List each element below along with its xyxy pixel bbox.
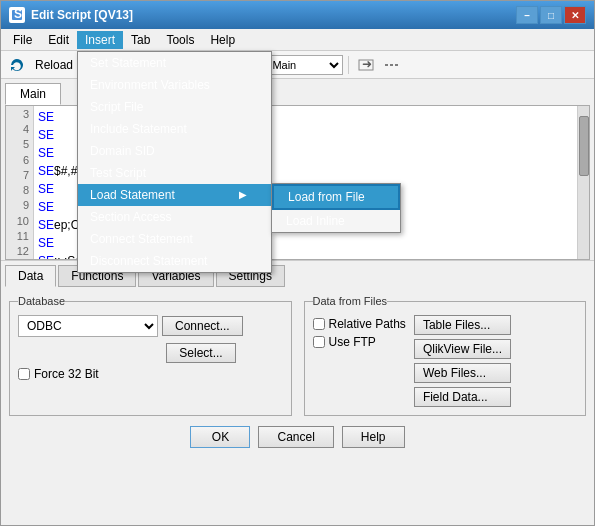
window-controls: – □ ✕: [516, 6, 586, 24]
menu-include[interactable]: Include Statement: [78, 118, 271, 140]
line-num-9: 9: [6, 198, 33, 213]
line-num-6: 6: [6, 152, 33, 167]
line-num-3: 3: [6, 106, 33, 121]
bottom-content: Database ODBC Connect... Select... Force…: [5, 291, 590, 420]
menu-bar: File Edit Insert Set Statement Environme…: [1, 29, 594, 51]
force32-checkbox[interactable]: [18, 368, 30, 380]
database-legend: Database: [18, 295, 65, 307]
relative-paths-checkbox[interactable]: [313, 318, 325, 330]
svg-text:S: S: [14, 9, 22, 21]
menu-file[interactable]: File: [5, 31, 40, 49]
db-select-row: ODBC Connect...: [18, 315, 283, 337]
files-buttons: Table Files... QlikView File... Web File…: [414, 315, 511, 407]
use-ftp-checkbox[interactable]: [313, 336, 325, 348]
minimize-button[interactable]: –: [516, 6, 538, 24]
insert-dropdown-menu: Set Statement Environment Variables Scri…: [77, 51, 272, 273]
menu-domain-sid[interactable]: Domain SID: [78, 140, 271, 162]
close-button[interactable]: ✕: [564, 6, 586, 24]
editor-scrollbar[interactable]: [577, 106, 589, 259]
main-select[interactable]: Main: [263, 55, 343, 75]
tab-data[interactable]: Data: [5, 265, 56, 287]
app-icon: S: [9, 7, 25, 23]
relative-paths-label: Relative Paths: [329, 317, 406, 331]
help-button[interactable]: Help: [342, 426, 405, 448]
files-checkboxes: Relative Paths Use FTP: [313, 317, 406, 407]
reload-button[interactable]: [5, 54, 29, 76]
menu-env-vars[interactable]: Environment Variables: [78, 74, 271, 96]
menu-edit[interactable]: Edit: [40, 31, 77, 49]
database-select[interactable]: ODBC: [18, 315, 158, 337]
window-title: Edit Script [QV13]: [31, 8, 516, 22]
menu-tools[interactable]: Tools: [158, 31, 202, 49]
line-num-5: 5: [6, 137, 33, 152]
submenu-load-from-file[interactable]: Load from File: [272, 184, 400, 210]
qlikview-file-button[interactable]: QlikView File...: [414, 339, 511, 359]
menu-tab[interactable]: Tab: [123, 31, 158, 49]
use-ftp-row: Use FTP: [313, 335, 406, 349]
force32-row: Force 32 Bit: [18, 367, 283, 381]
menu-help[interactable]: Help: [202, 31, 243, 49]
toolbar-sep-4: [348, 56, 349, 74]
line-num-4: 4: [6, 121, 33, 136]
menu-script-file[interactable]: Script File: [78, 96, 271, 118]
toolbar-btn-7[interactable]: [380, 54, 404, 76]
title-bar: S Edit Script [QV13] – □ ✕: [1, 1, 594, 29]
line-num-10: 10: [6, 213, 33, 228]
menu-insert[interactable]: Insert Set Statement Environment Variabl…: [77, 31, 123, 49]
submenu-arrow-icon: ▶: [239, 189, 247, 200]
menu-test-script[interactable]: Test Script: [78, 162, 271, 184]
line-num-11: 11: [6, 228, 33, 243]
main-window: S Edit Script [QV13] – □ ✕ File Edit Ins…: [0, 0, 595, 526]
database-section: Database ODBC Connect... Select... Force…: [9, 295, 292, 416]
force32-label: Force 32 Bit: [34, 367, 99, 381]
toolbar-btn-6[interactable]: ➜: [354, 54, 378, 76]
line-num-8: 8: [6, 182, 33, 197]
use-ftp-label: Use FTP: [329, 335, 376, 349]
editor-tab-main[interactable]: Main: [5, 83, 61, 105]
menu-load-statement[interactable]: Load Statement ▶ Load from File Load Inl…: [78, 184, 271, 206]
relative-paths-row: Relative Paths: [313, 317, 406, 331]
svg-text:➜: ➜: [362, 58, 372, 71]
select-button[interactable]: Select...: [166, 343, 236, 363]
menu-disconnect[interactable]: Disconnect Statement: [78, 250, 271, 272]
menu-section-access[interactable]: Section Access: [78, 206, 271, 228]
menu-set-statement[interactable]: Set Statement: [78, 52, 271, 74]
reload-label: Reload: [35, 58, 73, 72]
web-files-button[interactable]: Web Files...: [414, 363, 511, 383]
bottom-panel: Data Functions Variables Settings Databa…: [1, 260, 594, 456]
table-files-button[interactable]: Table Files...: [414, 315, 511, 335]
files-inner: Relative Paths Use FTP Table Files... Ql…: [313, 315, 578, 407]
scrollbar-thumb[interactable]: [579, 116, 589, 176]
menu-connect[interactable]: Connect Statement: [78, 228, 271, 250]
line-num-7: 7: [6, 167, 33, 182]
load-submenu: Load from File Load Inline: [271, 183, 401, 233]
dialog-buttons: OK Cancel Help: [5, 420, 590, 452]
submenu-load-inline[interactable]: Load Inline: [272, 210, 400, 232]
maximize-button[interactable]: □: [540, 6, 562, 24]
cancel-button[interactable]: Cancel: [258, 426, 333, 448]
ok-button[interactable]: OK: [190, 426, 250, 448]
line-num-12: 12: [6, 244, 33, 259]
connect-button[interactable]: Connect...: [162, 316, 243, 336]
files-section: Data from Files Relative Paths Use FTP: [304, 295, 587, 416]
field-data-button[interactable]: Field Data...: [414, 387, 511, 407]
editor-gutter: 3 4 5 6 7 8 9 10 11 12: [6, 106, 34, 259]
files-legend: Data from Files: [313, 295, 388, 307]
